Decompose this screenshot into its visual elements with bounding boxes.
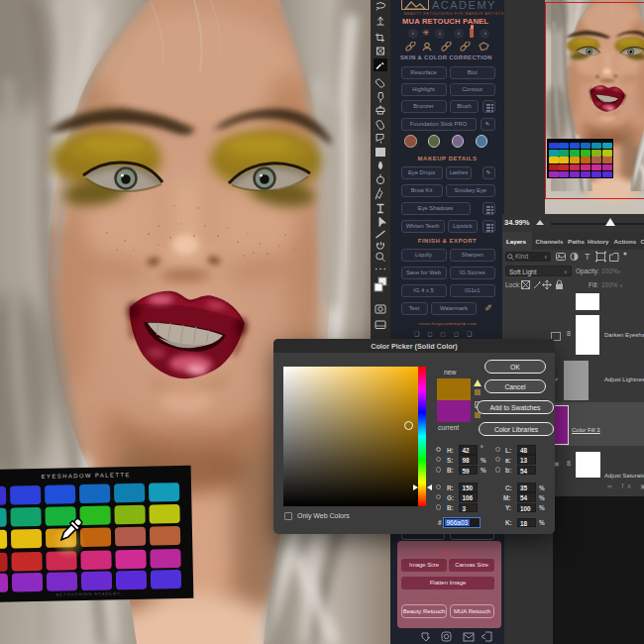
svg-text:T: T: [585, 252, 590, 262]
